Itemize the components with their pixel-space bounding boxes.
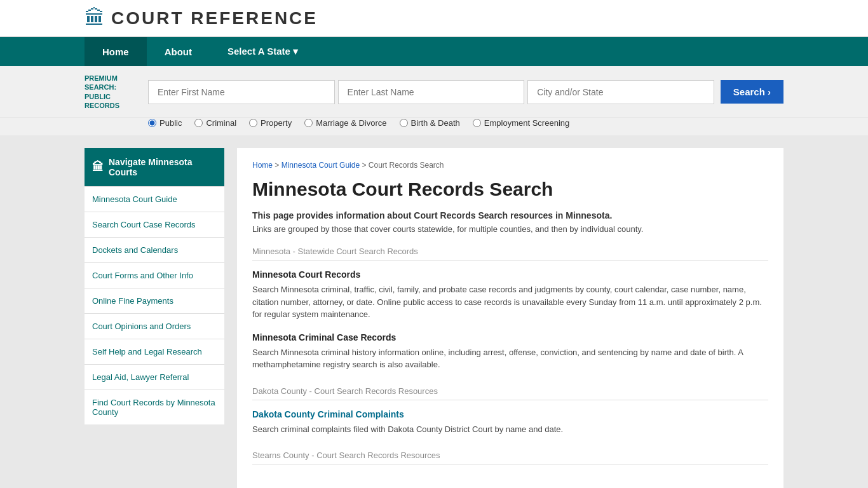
dakota-link[interactable]: Dakota County Criminal Complaints	[252, 409, 404, 419]
radio-inner: Public Criminal Property Marriage & Divo…	[85, 118, 783, 128]
record-mn-criminal-records: Minnesota Criminal Case Records Search M…	[252, 332, 768, 371]
nav-bar: Home About Select A State ▾	[0, 37, 868, 66]
sidebar-link-self-help[interactable]: Self Help and Legal Research	[85, 339, 224, 364]
sidebar-link-court-guide[interactable]: Minnesota Court Guide	[85, 186, 224, 212]
sidebar-link-fine-payments[interactable]: Online Fine Payments	[85, 288, 224, 313]
logo-icon: 🏛	[85, 6, 105, 30]
section-header-statewide: Minnesota - Statewide Court Search Recor…	[252, 247, 768, 261]
record-dakota-complaints: Dakota County Criminal Complaints Search…	[252, 409, 768, 436]
radio-criminal[interactable]: Criminal	[194, 118, 236, 128]
record-desc-mn-criminal: Search Minnesota criminal history inform…	[252, 346, 768, 371]
section-statewide: Minnesota - Statewide Court Search Recor…	[252, 247, 768, 371]
radio-employment[interactable]: Employment Screening	[473, 118, 569, 128]
sidebar-link-forms[interactable]: Court Forms and Other Info	[85, 262, 224, 288]
main-inner: 🏛 Navigate Minnesota Courts Minnesota Co…	[85, 148, 783, 488]
intro-bold: This page provides information about Cou…	[252, 210, 768, 220]
sidebar-link-dockets[interactable]: Dockets and Calendars	[85, 237, 224, 262]
sidebar-active-label: Navigate Minnesota Courts	[109, 157, 217, 177]
city-state-input[interactable]	[527, 80, 714, 104]
intro-text: Links are grouped by those that cover co…	[252, 224, 768, 234]
last-name-input[interactable]	[338, 80, 525, 104]
sidebar: 🏛 Navigate Minnesota Courts Minnesota Co…	[85, 148, 224, 488]
record-title-mn-court: Minnesota Court Records	[252, 269, 768, 280]
content-area: Home > Minnesota Court Guide > Court Rec…	[237, 148, 783, 488]
sidebar-active-navigate[interactable]: 🏛 Navigate Minnesota Courts	[85, 148, 224, 186]
breadcrumb-state-guide[interactable]: Minnesota Court Guide	[281, 161, 360, 170]
main-wrapper: 🏛 Navigate Minnesota Courts Minnesota Co…	[0, 135, 868, 488]
search-button[interactable]: Search ›	[721, 80, 783, 104]
sidebar-link-opinions[interactable]: Court Opinions and Orders	[85, 313, 224, 339]
record-desc-dakota: Search criminal complaints filed with Da…	[252, 423, 768, 436]
nav-inner: Home About Select A State ▾	[85, 37, 783, 66]
page-title: Minnesota Court Records Search	[252, 179, 768, 200]
sidebar-link-find-records[interactable]: Find Court Records by Minnesota County	[85, 390, 224, 424]
site-header: 🏛 COURT REFERENCE	[0, 0, 868, 37]
section-dakota: Dakota County - Court Search Records Res…	[252, 386, 768, 436]
search-bar-container: PREMIUM SEARCH: PUBLIC RECORDS Search ›	[0, 66, 868, 118]
radio-options: Public Criminal Property Marriage & Divo…	[0, 118, 868, 135]
sidebar-link-legal-aid[interactable]: Legal Aid, Lawyer Referral	[85, 364, 224, 390]
search-inputs	[148, 80, 714, 104]
radio-birth-death[interactable]: Birth & Death	[400, 118, 460, 128]
radio-public[interactable]: Public	[148, 118, 182, 128]
radio-property[interactable]: Property	[249, 118, 292, 128]
breadcrumb: Home > Minnesota Court Guide > Court Rec…	[252, 161, 768, 170]
sidebar-link-case-records[interactable]: Search Court Case Records	[85, 212, 224, 237]
nav-about[interactable]: About	[147, 37, 210, 66]
section-stearns: Stearns County - Court Search Records Re…	[252, 451, 768, 464]
premium-label: PREMIUM SEARCH: PUBLIC RECORDS	[85, 74, 142, 110]
radio-marriage-divorce[interactable]: Marriage & Divorce	[304, 118, 386, 128]
breadcrumb-home[interactable]: Home	[252, 161, 273, 170]
nav-select-state[interactable]: Select A State ▾	[210, 37, 316, 66]
logo-area: 🏛 COURT REFERENCE	[85, 6, 318, 30]
section-header-stearns: Stearns County - Court Search Records Re…	[252, 451, 768, 464]
courthouse-icon: 🏛	[92, 161, 104, 174]
record-title-dakota: Dakota County Criminal Complaints	[252, 409, 768, 419]
section-header-dakota: Dakota County - Court Search Records Res…	[252, 386, 768, 400]
record-desc-mn-court: Search Minnesota criminal, traffic, civi…	[252, 283, 768, 321]
breadcrumb-current: Court Records Search	[369, 161, 444, 170]
logo-text: COURT REFERENCE	[111, 8, 318, 29]
nav-home[interactable]: Home	[85, 37, 147, 66]
record-mn-court-records: Minnesota Court Records Search Minnesota…	[252, 269, 768, 321]
record-title-mn-criminal: Minnesota Criminal Case Records	[252, 332, 768, 342]
first-name-input[interactable]	[148, 80, 335, 104]
